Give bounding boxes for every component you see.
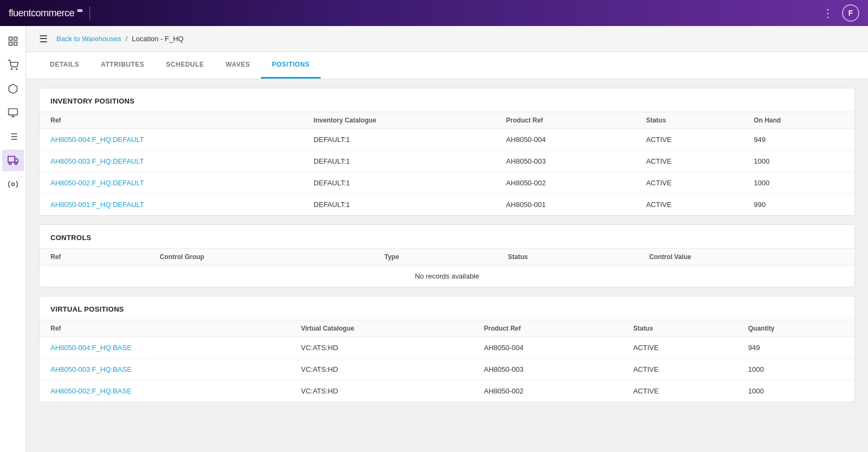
breadcrumb-current: Location - F_HQ <box>132 35 183 43</box>
svg-point-16 <box>11 183 14 186</box>
inventory-ref-cell: AH8050-004:F_HQ:DEFAULT <box>40 129 303 151</box>
topbar: fluentcommerce ⁼ ⋮ F <box>0 0 868 26</box>
inventory-catalogue-cell: DEFAULT:1 <box>303 151 495 172</box>
vp-ref-cell: AH8050-004:F_HQ:BASE <box>40 337 290 359</box>
svg-point-14 <box>9 162 11 164</box>
hamburger-button[interactable]: ☰ <box>39 33 48 45</box>
inventory-catalogue-cell: DEFAULT:1 <box>303 172 495 194</box>
col-header-inventory-catalogue: Inventory Catalogue <box>303 112 495 129</box>
vp-status-cell: ACTIVE <box>622 337 737 359</box>
inventory-ref-cell: AH8050-002:F_HQ:DEFAULT <box>40 172 303 194</box>
vp-catalogue-cell: VC:ATS:HD <box>290 337 473 359</box>
inventory-product-ref-cell: AH8050-003 <box>495 151 635 172</box>
vp-col-status: Status <box>622 320 737 337</box>
sidebar-item-products[interactable] <box>2 78 24 100</box>
ctrl-col-value: Control Value <box>639 249 854 266</box>
ctrl-col-ref: Ref <box>40 249 149 266</box>
table-row: AH8050-004:F_HQ:DEFAULT DEFAULT:1 AH8050… <box>40 129 854 151</box>
inventory-catalogue-cell: DEFAULT:1 <box>303 194 495 216</box>
sidebar-item-screens[interactable] <box>2 102 24 124</box>
col-header-status: Status <box>635 112 743 129</box>
vp-col-quantity: Quantity <box>737 320 854 337</box>
inventory-status-cell: ACTIVE <box>635 129 743 151</box>
more-options-button[interactable]: ⋮ <box>822 7 833 20</box>
svg-point-5 <box>16 69 17 70</box>
avatar[interactable]: F <box>842 4 859 22</box>
tab-details[interactable]: DETAILS <box>39 52 90 79</box>
sidebar-item-tools[interactable] <box>2 173 24 195</box>
sidebar-item-orders[interactable] <box>2 54 24 76</box>
sidebar-item-warehouse[interactable] <box>2 150 24 171</box>
vp-ref-link[interactable]: AH8050-002:F_HQ:BASE <box>50 387 132 395</box>
controls-title: CONTROLS <box>40 225 854 248</box>
table-row: AH8050-002:F_HQ:DEFAULT DEFAULT:1 AH8050… <box>40 172 854 194</box>
inventory-status-cell: ACTIVE <box>635 194 743 216</box>
inventory-on-hand-cell: 1000 <box>743 172 854 194</box>
vp-product-ref-cell: AH8050-002 <box>473 380 622 402</box>
tab-attributes[interactable]: ATTRIBUTES <box>90 52 155 79</box>
logo: fluentcommerce ⁼ <box>9 6 83 20</box>
breadcrumb-bar: ☰ Back to Warehouses / Location - F_HQ <box>26 26 868 52</box>
virtual-positions-title: VIRTUAL POSITIONS <box>40 296 854 320</box>
virtual-positions-card: VIRTUAL POSITIONS Ref Virtual Catalogue … <box>39 296 855 402</box>
col-header-on-hand: On Hand <box>743 112 854 129</box>
svg-rect-1 <box>14 37 17 41</box>
svg-point-15 <box>15 162 17 164</box>
tab-schedule[interactable]: SCHEDULE <box>155 52 215 79</box>
sidebar-item-dashboard[interactable] <box>2 30 24 52</box>
inventory-status-cell: ACTIVE <box>635 172 743 194</box>
inventory-ref-cell: AH8050-003:F_HQ:DEFAULT <box>40 151 303 172</box>
svg-rect-3 <box>14 42 17 46</box>
topbar-divider <box>90 7 90 20</box>
breadcrumb-separator: / <box>125 35 127 43</box>
table-row: AH8050-002:F_HQ:BASE VC:ATS:HD AH8050-00… <box>40 380 854 402</box>
svg-rect-6 <box>8 109 17 115</box>
vp-catalogue-cell: VC:ATS:HD <box>290 359 473 380</box>
ctrl-col-type: Type <box>374 249 497 266</box>
inventory-on-hand-cell: 990 <box>743 194 854 216</box>
tab-waves[interactable]: WAVES <box>215 52 261 79</box>
topbar-right: ⋮ F <box>822 4 859 22</box>
vp-product-ref-cell: AH8050-003 <box>473 359 622 380</box>
svg-rect-0 <box>9 37 12 41</box>
vp-quantity-cell: 949 <box>737 337 854 359</box>
virtual-positions-table: Ref Virtual Catalogue Product Ref Status… <box>40 320 854 402</box>
table-row: AH8050-001:F_HQ:DEFAULT DEFAULT:1 AH8050… <box>40 194 854 216</box>
vp-ref-link[interactable]: AH8050-003:F_HQ:BASE <box>50 365 132 373</box>
controls-table: Ref Control Group Type Status Control Va… <box>40 248 854 287</box>
col-header-product-ref: Product Ref <box>495 112 635 129</box>
vp-col-virtual-catalogue: Virtual Catalogue <box>290 320 473 337</box>
col-header-ref: Ref <box>40 112 303 129</box>
topbar-left: fluentcommerce ⁼ <box>9 6 90 20</box>
no-records-text: No records available <box>40 266 854 287</box>
vp-quantity-cell: 1000 <box>737 359 854 380</box>
ctrl-col-status: Status <box>497 249 638 266</box>
vp-col-ref: Ref <box>40 320 290 337</box>
inventory-ref-link[interactable]: AH8050-004:F_HQ:DEFAULT <box>50 135 144 144</box>
inventory-ref-cell: AH8050-001:F_HQ:DEFAULT <box>40 194 303 216</box>
tab-positions[interactable]: POSITIONS <box>261 52 321 79</box>
table-row: AH8050-004:F_HQ:BASE VC:ATS:HD AH8050-00… <box>40 337 854 359</box>
inventory-ref-link[interactable]: AH8050-003:F_HQ:DEFAULT <box>50 157 144 165</box>
vp-catalogue-cell: VC:ATS:HD <box>290 380 473 402</box>
inventory-catalogue-cell: DEFAULT:1 <box>303 129 495 151</box>
sidebar-item-list[interactable] <box>2 126 24 147</box>
inventory-product-ref-cell: AH8050-002 <box>495 172 635 194</box>
vp-col-product-ref: Product Ref <box>473 320 622 337</box>
vp-ref-cell: AH8050-003:F_HQ:BASE <box>40 359 290 380</box>
inventory-positions-card: INVENTORY POSITIONS Ref Inventory Catalo… <box>39 88 855 216</box>
vp-ref-link[interactable]: AH8050-004:F_HQ:BASE <box>50 344 132 352</box>
table-row: No records available <box>40 266 854 287</box>
breadcrumb-back-link[interactable]: Back to Warehouses <box>56 35 121 43</box>
controls-card: CONTROLS Ref Control Group Type Status C… <box>39 224 855 287</box>
vp-product-ref-cell: AH8050-004 <box>473 337 622 359</box>
inventory-ref-link[interactable]: AH8050-002:F_HQ:DEFAULT <box>50 179 144 187</box>
inventory-product-ref-cell: AH8050-004 <box>495 129 635 151</box>
app-layout: ☰ Back to Warehouses / Location - F_HQ D… <box>0 26 868 452</box>
main-content: ☰ Back to Warehouses / Location - F_HQ D… <box>26 26 868 452</box>
inventory-ref-link[interactable]: AH8050-001:F_HQ:DEFAULT <box>50 201 144 209</box>
svg-point-4 <box>11 69 12 70</box>
table-row: AH8050-003:F_HQ:BASE VC:ATS:HD AH8050-00… <box>40 359 854 380</box>
vp-quantity-cell: 1000 <box>737 380 854 402</box>
inventory-status-cell: ACTIVE <box>635 151 743 172</box>
